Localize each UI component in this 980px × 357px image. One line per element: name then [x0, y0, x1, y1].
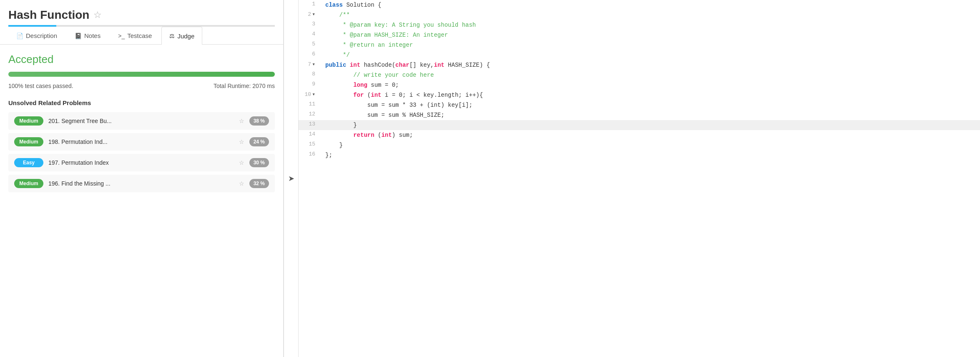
notes-icon: 📓 — [75, 33, 82, 39]
accepted-bar — [8, 72, 275, 77]
code-line: 5 * @return an integer — [299, 40, 980, 50]
description-icon: 📄 — [16, 33, 23, 39]
problem-star-icon[interactable]: ☆ — [239, 159, 244, 166]
code-content: } — [322, 140, 980, 150]
line-number: 9 — [299, 80, 322, 87]
difficulty-badge: Easy — [14, 158, 43, 167]
line-number: 6 — [299, 50, 322, 57]
code-line: 7 public int hashCode(char[] key,int HAS… — [299, 60, 980, 70]
code-line: 1 class Solution { — [299, 0, 980, 10]
code-line: 12 sum = sum % HASH_SIZE; — [299, 110, 980, 120]
code-line: 6 */ — [299, 50, 980, 60]
line-number: 12 — [299, 110, 322, 117]
code-content: // write your code here — [322, 70, 980, 80]
tab-notes[interactable]: 📓 Notes — [67, 27, 108, 44]
line-number: 1 — [299, 0, 322, 7]
line-number: 14 — [299, 130, 322, 137]
page-title: Hash Function — [8, 8, 89, 22]
problem-list: Medium 201. Segment Tree Bu... ☆ 38 % Me… — [8, 112, 275, 192]
problem-star-icon[interactable]: ☆ — [239, 138, 244, 145]
code-line: 11 sum = sum * 33 + (int) key[i]; — [299, 100, 980, 110]
code-content: class Solution { — [322, 0, 980, 10]
code-line-highlighted: 13 } — [299, 120, 980, 130]
judge-content: Accepted 100% test cases passed. Total R… — [0, 45, 283, 357]
problem-name: 198. Permutation Ind... — [48, 138, 234, 145]
line-number: 10 — [299, 90, 322, 98]
panel-divider[interactable]: ➤ — [284, 0, 299, 357]
code-content: sum = sum * 33 + (int) key[i]; — [322, 100, 980, 110]
code-editor: 1 class Solution { 2 /** 3 * @param key:… — [299, 0, 980, 357]
line-number: 5 — [299, 40, 322, 47]
code-content: * @param HASH_SIZE: An integer — [322, 30, 980, 40]
line-number: 13 — [299, 120, 322, 127]
problem-star-icon[interactable]: ☆ — [239, 118, 244, 124]
percent-badge: 30 % — [249, 158, 269, 167]
test-cases-text: 100% test cases passed. — [8, 83, 73, 89]
star-icon[interactable]: ☆ — [93, 10, 102, 20]
problem-title-row: Hash Function ☆ — [8, 8, 275, 22]
line-number: 16 — [299, 150, 322, 157]
tab-testcase[interactable]: >_ Testcase — [110, 27, 160, 44]
code-content: for (int i = 0; i < key.length; i++){ — [322, 90, 980, 100]
code-line: 2 /** — [299, 10, 980, 20]
line-number: 2 — [299, 10, 322, 18]
code-line: 9 long sum = 0; — [299, 80, 980, 90]
chevron-right-icon: ➤ — [288, 174, 294, 183]
difficulty-badge: Medium — [14, 179, 43, 188]
line-number: 7 — [299, 60, 322, 68]
code-line: 15 } — [299, 140, 980, 150]
accepted-status: Accepted — [8, 53, 275, 66]
code-content: public int hashCode(char[] key,int HASH_… — [322, 60, 980, 70]
difficulty-badge: Medium — [14, 116, 43, 126]
runtime-text: Total Runtime: 2070 ms — [214, 83, 275, 89]
code-content: return (int) sum; — [322, 130, 980, 140]
tab-judge[interactable]: ⚖ Judge — [161, 27, 202, 45]
problem-name: 201. Segment Tree Bu... — [48, 118, 234, 124]
tab-description[interactable]: 📄 Description — [8, 27, 65, 44]
code-content: * @return an integer — [322, 40, 980, 50]
problem-star-icon[interactable]: ☆ — [239, 180, 244, 187]
code-content: sum = sum % HASH_SIZE; — [322, 110, 980, 120]
code-line: 14 return (int) sum; — [299, 130, 980, 140]
percent-badge: 24 % — [249, 137, 269, 146]
code-content: */ — [322, 50, 980, 60]
list-item[interactable]: Easy 197. Permutation Index ☆ 30 % — [8, 154, 275, 171]
code-content: } — [322, 120, 980, 130]
line-number: 11 — [299, 100, 322, 107]
percent-badge: 38 % — [249, 116, 269, 126]
line-number: 3 — [299, 20, 322, 27]
line-number: 8 — [299, 70, 322, 77]
code-content: * @param key: A String you should hash — [322, 20, 980, 30]
problem-name: 197. Permutation Index — [48, 159, 234, 166]
tab-bar: 📄 Description 📓 Notes >_ Testcase ⚖ Judg… — [0, 27, 283, 45]
judge-icon: ⚖ — [169, 33, 175, 39]
problem-name: 196. Find the Missing ... — [48, 180, 234, 187]
line-number: 4 — [299, 30, 322, 37]
problem-header: Hash Function ☆ — [0, 0, 283, 27]
code-content: long sum = 0; — [322, 80, 980, 90]
code-line: 16 }; — [299, 150, 980, 160]
stats-row: 100% test cases passed. Total Runtime: 2… — [8, 83, 275, 89]
code-line: 4 * @param HASH_SIZE: An integer — [299, 30, 980, 40]
code-line: 3 * @param key: A String you should hash — [299, 20, 980, 30]
code-line: 8 // write your code here — [299, 70, 980, 80]
code-area: 1 class Solution { 2 /** 3 * @param key:… — [299, 0, 980, 160]
code-line: 10 for (int i = 0; i < key.length; i++){ — [299, 90, 980, 100]
difficulty-badge: Medium — [14, 137, 43, 146]
line-number: 15 — [299, 140, 322, 147]
list-item[interactable]: Medium 196. Find the Missing ... ☆ 32 % — [8, 175, 275, 192]
list-item[interactable]: Medium 198. Permutation Ind... ☆ 24 % — [8, 133, 275, 151]
percent-badge: 32 % — [249, 179, 269, 188]
unsolved-title: Unsolved Related Problems — [8, 99, 275, 106]
left-panel: Hash Function ☆ 📄 Description 📓 Notes >_… — [0, 0, 284, 357]
list-item[interactable]: Medium 201. Segment Tree Bu... ☆ 38 % — [8, 112, 275, 130]
code-content: }; — [322, 150, 980, 160]
testcase-icon: >_ — [118, 33, 125, 39]
code-content: /** — [322, 10, 980, 20]
